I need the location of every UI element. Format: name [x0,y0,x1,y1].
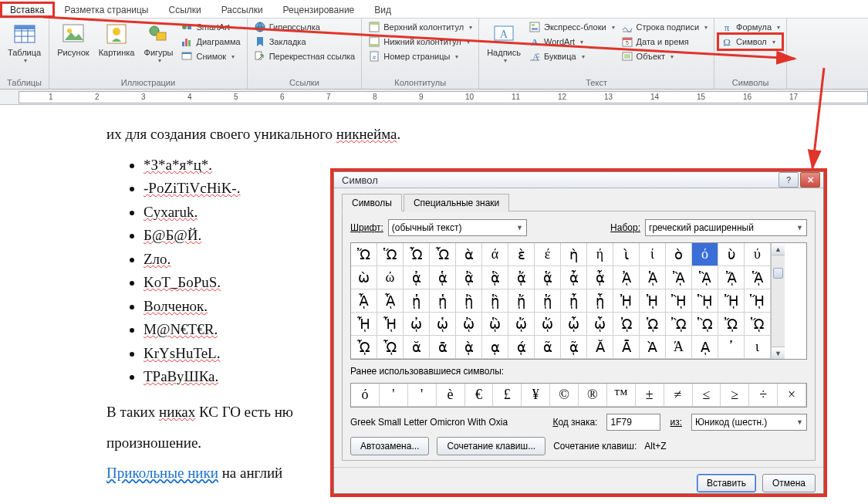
char-cell[interactable]: ᾓ [482,289,508,313]
char-cell[interactable]: ᾱ [430,336,456,359]
char-cell[interactable]: ᾐ [404,289,430,313]
char-cell[interactable]: ᾝ [745,289,771,313]
tab-review[interactable]: Рецензирование [273,2,365,18]
tab-references[interactable]: Ссылки [158,2,211,18]
char-cell[interactable]: ό [692,243,718,266]
recent-cell[interactable]: ' [408,384,437,407]
from-combo[interactable]: Юникод (шестн.)▼ [691,414,807,431]
grid-scrollbar[interactable]: ▲ ▼ [771,243,785,359]
char-cell[interactable]: ὶ [613,243,640,266]
char-cell[interactable]: ᾠ [404,313,430,336]
char-cell[interactable]: ώ [377,266,404,289]
cancel-button[interactable]: Отмена [762,474,816,492]
char-cell[interactable]: ᾍ [745,266,771,289]
symbol-button[interactable]: ΩСимвол [719,35,782,49]
recent-cell[interactable]: × [778,384,806,407]
char-cell[interactable]: Ὰ [640,336,666,359]
formula-button[interactable]: πФормула [719,20,782,34]
char-cell[interactable]: ᾳ [482,336,508,359]
char-cell[interactable]: ᾡ [430,313,456,336]
scroll-up[interactable]: ▲ [772,243,785,255]
char-cell[interactable]: ᾚ [666,289,692,313]
char-cell[interactable]: ὼ [351,266,377,289]
shapes-button[interactable]: Фигуры [140,20,176,66]
char-cell[interactable]: ᾏ [377,289,404,313]
char-cell[interactable]: Ὦ [404,243,430,266]
char-cell[interactable]: ᾟ [377,313,404,336]
sigline-button[interactable]: Строка подписи [620,20,709,34]
char-cell[interactable]: Ὧ [430,243,456,266]
char-cell[interactable]: ά [482,243,508,266]
char-cell[interactable]: ᾷ [561,336,587,359]
char-cell[interactable]: ᾪ [666,313,692,336]
char-cell[interactable]: ή [587,243,613,266]
char-cell[interactable]: ᾕ [535,289,561,313]
char-cell[interactable]: ᾃ [482,266,508,289]
char-cell[interactable]: ᾉ [640,266,666,289]
char-cell[interactable]: ᾦ [561,313,587,336]
char-cell[interactable]: ὲ [508,243,535,266]
char-cell[interactable]: ᾙ [640,289,666,313]
char-cell[interactable]: ὴ [561,243,587,266]
close-button[interactable]: ✕ [800,172,820,188]
tab-mailings[interactable]: Рассылки [211,2,273,18]
smartart-button[interactable]: SmartArt [179,20,241,34]
char-cell[interactable]: ᾤ [508,313,535,336]
datetime-button[interactable]: 5Дата и время [620,35,709,49]
scroll-down[interactable]: ▼ [772,347,785,359]
char-cell[interactable]: ὺ [718,243,745,266]
dropcap-button[interactable]: AБуквица [527,49,616,63]
char-cell[interactable]: Ά [666,336,692,359]
recent-cell[interactable]: è [437,384,465,407]
ruler[interactable]: 1234567891011121314151617 [0,90,868,105]
char-cell[interactable]: ι [745,336,771,359]
char-cell[interactable]: ᾗ [587,289,613,313]
recent-cell[interactable]: ≥ [721,384,749,407]
char-cell[interactable]: ᾲ [456,336,482,359]
tab-special[interactable]: Специальные знаки [404,194,509,211]
char-cell[interactable]: ᾧ [587,313,613,336]
char-cell[interactable]: ί [640,243,666,266]
pagenum-button[interactable]: #Номер страницы [366,49,474,63]
char-cell[interactable]: ᾢ [456,313,482,336]
char-cell[interactable]: ᾴ [508,336,535,359]
char-cell[interactable]: Ὤ [351,243,377,266]
char-cell[interactable]: ὸ [666,243,692,266]
help-button[interactable]: ? [778,172,799,188]
char-cell[interactable]: ᾆ [561,266,587,289]
footer-button[interactable]: Нижний колонтитул [366,35,474,49]
screenshot-button[interactable]: Снимок [179,49,241,63]
recent-cell[interactable]: © [550,384,579,407]
char-cell[interactable]: ᾀ [404,266,430,289]
header-button[interactable]: Верхний колонтитул [366,20,474,34]
code-input[interactable] [606,414,660,431]
char-cell[interactable]: ᾬ [718,313,745,336]
wordart-button[interactable]: AWordArt [527,35,616,49]
char-cell[interactable]: ᾥ [535,313,561,336]
char-cell[interactable]: ᾰ [404,336,430,359]
char-cell[interactable]: ᾫ [692,313,718,336]
char-cell[interactable]: ὰ [456,243,482,266]
shortcutkey-button[interactable]: Сочетание клавиш... [437,437,545,455]
quickparts-button[interactable]: Экспресс-блоки [527,20,616,34]
dialog-titlebar[interactable]: Символ ? ✕ [334,172,823,188]
char-cell[interactable]: Ὥ [377,243,404,266]
char-cell[interactable]: ᾔ [508,289,535,313]
tab-view[interactable]: Вид [364,2,401,18]
char-cell[interactable]: ᾅ [535,266,561,289]
char-cell[interactable]: ᾯ [377,336,404,359]
recent-cell[interactable]: ™ [607,384,636,407]
crossref-button[interactable]: Перекрестная ссылка [252,49,357,63]
recent-cell[interactable]: ® [579,384,607,407]
insert-button[interactable]: Вставить [697,474,756,492]
char-cell[interactable]: ᾽ [718,336,745,359]
scroll-thumb[interactable] [773,268,783,279]
char-cell[interactable]: ᾒ [456,289,482,313]
tab-page-layout[interactable]: Разметка страницы [55,2,159,18]
recent-cell[interactable]: ¥ [522,384,550,407]
recent-cell[interactable]: £ [493,384,522,407]
recent-cell[interactable]: ' [380,384,408,407]
recent-cell[interactable]: ≠ [664,384,693,407]
char-cell[interactable]: ᾋ [692,266,718,289]
char-cell[interactable]: ᾊ [666,266,692,289]
